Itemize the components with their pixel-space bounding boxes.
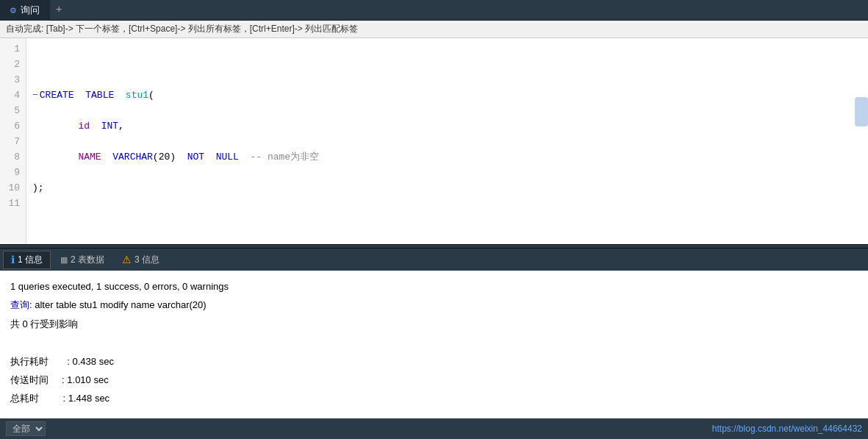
tab-info1[interactable]: ℹ 1 信息 [3,251,51,269]
line-1 [32,57,862,72]
transfer-label: 传送时间 [10,374,49,385]
result-transfer-time: 传送时间 : 1.010 sec [10,371,858,388]
new-tab-button[interactable]: + [50,1,68,19]
hint-bar: 自动完成: [Tab]-> 下一个标签，[Ctrl+Space]-> 列出所有标… [0,21,868,38]
tab-info3[interactable]: ⚠ 3 信息 [114,251,168,269]
tab-label: 询问 [21,4,40,17]
line-2: −CREATE TABLE stu1( [32,88,862,103]
title-bar: ⚙ 询问 + [0,0,868,21]
active-tab[interactable]: ⚙ 询问 [0,0,50,21]
exec-value: : 0.438 sec [67,356,114,367]
tab-info3-label: 3 信息 [134,254,159,266]
result-affected: 共 0 行受到影响 [10,315,858,332]
tab-data2-label: 2 表数据 [71,254,104,266]
tab-info1-label: 1 信息 [18,254,43,266]
warn-badge-icon: ⚠ [122,254,132,265]
affected-text: 共 0 行受到影响 [10,318,78,329]
result-area: 1 queries executed, 1 success, 0 errors,… [0,271,868,439]
result-query-line: 查询: alter table stu1 modify name varchar… [10,296,858,313]
fold-icon[interactable]: − [32,90,38,101]
info-badge-icon: ℹ [11,254,15,265]
total-label: 总耗时 [10,393,39,404]
line-4: NAME VARCHAR(20) NOT NULL -- name为非空 [32,149,862,165]
bottom-bar: 全部 https://blog.csdn.net/weixin_44664432 [0,418,868,439]
code-editor[interactable]: −CREATE TABLE stu1( id INT, NAME VARCHAR… [26,38,868,244]
line-7: SELECT * FROM stu1; [32,242,862,244]
result-section: ℹ 1 信息 ▦ 2 表数据 ⚠ 3 信息 1 queries executed… [0,249,868,439]
result-tabs-bar: ℹ 1 信息 ▦ 2 表数据 ⚠ 3 信息 [0,249,868,271]
total-value: : 1.448 sec [63,393,110,404]
editor-area[interactable]: 1 2 3 4 5 6 7 8 9 10 11 −CREATE TABLE st… [0,38,868,244]
query-text: alter table stu1 modify name varchar(20) [35,299,206,310]
tab-data2[interactable]: ▦ 2 表数据 [52,251,112,269]
blog-link[interactable]: https://blog.csdn.net/weixin_44664432 [712,424,862,434]
line-numbers: 1 2 3 4 5 6 7 8 9 10 11 [0,38,26,244]
hint-text: 自动完成: [Tab]-> 下一个标签，[Ctrl+Space]-> 列出所有标… [6,24,358,34]
transfer-value: : 1.010 sec [62,374,109,385]
line-5: ); [32,180,862,196]
line-3: id INT, [32,118,862,134]
scrollbar-thumb[interactable] [855,97,868,126]
scope-select[interactable]: 全部 [6,421,46,436]
main-layout: ⚙ 询问 + 自动完成: [Tab]-> 下一个标签，[Ctrl+Space]-… [0,0,868,439]
exec-label: 执行耗时 [10,356,49,367]
query-label: 查询: [10,299,32,310]
result-summary: 1 queries executed, 1 success, 0 errors,… [10,278,858,295]
grid-badge-icon: ▦ [60,255,68,265]
result-exec-time: 执行耗时 : 0.438 sec [10,353,858,370]
bottom-left: 全部 [6,421,46,436]
result-total-time: 总耗时 : 1.448 sec [10,390,858,407]
result-spacing [10,334,858,351]
tab-icon: ⚙ [10,4,16,16]
line-6 [32,211,862,226]
